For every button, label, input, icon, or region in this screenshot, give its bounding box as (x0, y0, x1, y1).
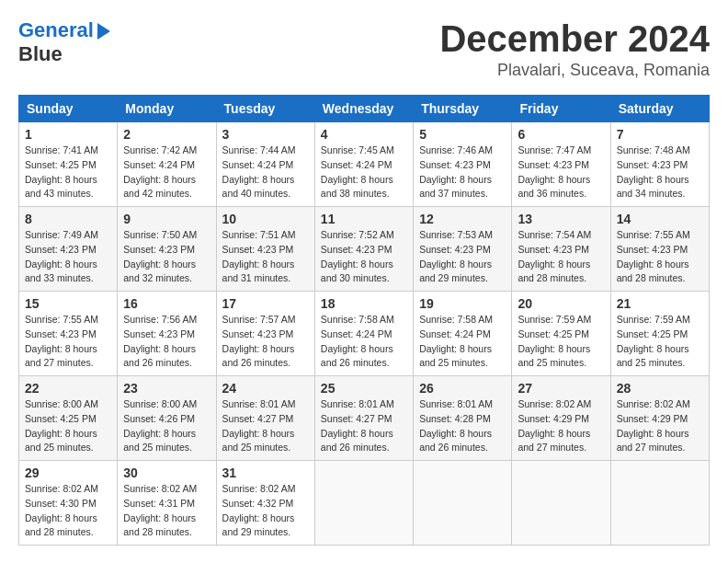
calendar-cell: 27Sunrise: 8:02 AMSunset: 4:29 PMDayligh… (512, 376, 610, 461)
day-info: Sunrise: 8:01 AMSunset: 4:27 PMDaylight:… (222, 397, 309, 455)
calendar-cell: 22Sunrise: 8:00 AMSunset: 4:25 PMDayligh… (19, 376, 118, 461)
calendar-cell: 18Sunrise: 7:58 AMSunset: 4:24 PMDayligh… (314, 292, 413, 376)
day-number: 29 (25, 465, 111, 480)
day-number: 23 (123, 381, 210, 396)
calendar-cell: 25Sunrise: 8:01 AMSunset: 4:27 PMDayligh… (314, 376, 413, 461)
calendar-cell: 1Sunrise: 7:41 AMSunset: 4:25 PMDaylight… (19, 122, 118, 207)
day-number: 4 (321, 127, 407, 142)
day-info: Sunrise: 8:00 AMSunset: 4:25 PMDaylight:… (25, 397, 111, 455)
day-number: 22 (25, 381, 111, 396)
day-info: Sunrise: 8:01 AMSunset: 4:27 PMDaylight:… (321, 397, 407, 455)
header-thursday: Thursday (414, 96, 512, 122)
day-number: 9 (123, 212, 210, 226)
calendar-week-3: 15Sunrise: 7:55 AMSunset: 4:23 PMDayligh… (19, 292, 710, 376)
calendar-cell: 19Sunrise: 7:58 AMSunset: 4:24 PMDayligh… (414, 292, 512, 376)
calendar-cell: 7Sunrise: 7:48 AMSunset: 4:23 PMDaylight… (610, 122, 709, 207)
day-number: 30 (123, 465, 210, 480)
day-info: Sunrise: 7:48 AMSunset: 4:23 PMDaylight:… (617, 144, 703, 201)
calendar-cell: 12Sunrise: 7:53 AMSunset: 4:23 PMDayligh… (414, 207, 512, 292)
header-saturday: Saturday (610, 96, 709, 122)
day-number: 24 (222, 381, 309, 396)
calendar-cell: 4Sunrise: 7:45 AMSunset: 4:24 PMDaylight… (314, 122, 413, 207)
header-wednesday: Wednesday (314, 96, 413, 122)
day-info: Sunrise: 8:00 AMSunset: 4:26 PMDaylight:… (123, 397, 210, 455)
header-sunday: Sunday (19, 96, 118, 122)
calendar-cell: 20Sunrise: 7:59 AMSunset: 4:25 PMDayligh… (512, 292, 610, 376)
calendar-week-5: 29Sunrise: 8:02 AMSunset: 4:30 PMDayligh… (19, 461, 710, 546)
calendar-cell: 28Sunrise: 8:02 AMSunset: 4:29 PMDayligh… (610, 376, 709, 461)
calendar-cell: 21Sunrise: 7:59 AMSunset: 4:25 PMDayligh… (610, 292, 709, 376)
day-info: Sunrise: 8:02 AMSunset: 4:31 PMDaylight:… (123, 482, 210, 540)
day-number: 11 (321, 212, 407, 226)
calendar-week-1: 1Sunrise: 7:41 AMSunset: 4:25 PMDaylight… (19, 122, 710, 207)
calendar-cell: 15Sunrise: 7:55 AMSunset: 4:23 PMDayligh… (19, 292, 118, 376)
calendar-cell: 24Sunrise: 8:01 AMSunset: 4:27 PMDayligh… (216, 376, 314, 461)
day-number: 28 (617, 381, 703, 396)
logo-text-blue: Blue (18, 42, 110, 66)
calendar-cell: 30Sunrise: 8:02 AMSunset: 4:31 PMDayligh… (118, 461, 216, 546)
day-number: 26 (419, 381, 506, 396)
day-info: Sunrise: 8:01 AMSunset: 4:28 PMDaylight:… (419, 397, 506, 455)
day-info: Sunrise: 7:51 AMSunset: 4:23 PMDaylight:… (222, 228, 309, 286)
day-number: 15 (25, 296, 111, 311)
day-number: 27 (518, 381, 604, 396)
day-number: 2 (123, 127, 210, 142)
day-number: 25 (321, 381, 407, 396)
day-number: 20 (518, 296, 604, 311)
header-monday: Monday (118, 96, 216, 122)
calendar-cell: 31Sunrise: 8:02 AMSunset: 4:32 PMDayligh… (216, 461, 314, 546)
calendar-cell (314, 461, 413, 546)
calendar-week-4: 22Sunrise: 8:00 AMSunset: 4:25 PMDayligh… (19, 376, 710, 461)
page-header: General Blue December 2024 Plavalari, Su… (18, 18, 710, 80)
day-info: Sunrise: 8:02 AMSunset: 4:30 PMDaylight:… (25, 482, 111, 540)
calendar-cell: 6Sunrise: 7:47 AMSunset: 4:23 PMDaylight… (512, 122, 610, 207)
calendar-cell: 10Sunrise: 7:51 AMSunset: 4:23 PMDayligh… (216, 207, 314, 292)
logo-arrow-icon (97, 23, 110, 40)
logo-text-general: General (18, 18, 94, 42)
day-info: Sunrise: 7:46 AMSunset: 4:23 PMDaylight:… (419, 144, 506, 201)
day-info: Sunrise: 7:47 AMSunset: 4:23 PMDaylight:… (518, 144, 604, 201)
day-info: Sunrise: 8:02 AMSunset: 4:32 PMDaylight:… (222, 482, 309, 540)
day-info: Sunrise: 7:59 AMSunset: 4:25 PMDaylight:… (617, 313, 703, 371)
month-title: December 2024 (439, 18, 710, 59)
day-number: 8 (25, 212, 111, 226)
day-info: Sunrise: 8:02 AMSunset: 4:29 PMDaylight:… (617, 397, 703, 455)
calendar-cell (610, 461, 709, 546)
day-number: 7 (617, 127, 703, 142)
calendar-cell: 14Sunrise: 7:55 AMSunset: 4:23 PMDayligh… (610, 207, 709, 292)
day-info: Sunrise: 8:02 AMSunset: 4:29 PMDaylight:… (518, 397, 604, 455)
day-number: 21 (617, 296, 703, 311)
calendar-cell: 3Sunrise: 7:44 AMSunset: 4:24 PMDaylight… (216, 122, 314, 207)
day-number: 5 (419, 127, 506, 142)
calendar-cell (512, 461, 610, 546)
day-info: Sunrise: 7:58 AMSunset: 4:24 PMDaylight:… (321, 313, 407, 371)
calendar-cell: 13Sunrise: 7:54 AMSunset: 4:23 PMDayligh… (512, 207, 610, 292)
calendar-cell: 17Sunrise: 7:57 AMSunset: 4:23 PMDayligh… (216, 292, 314, 376)
day-info: Sunrise: 7:50 AMSunset: 4:23 PMDaylight:… (123, 228, 210, 286)
day-info: Sunrise: 7:59 AMSunset: 4:25 PMDaylight:… (518, 313, 604, 371)
calendar-cell: 2Sunrise: 7:42 AMSunset: 4:24 PMDaylight… (118, 122, 216, 207)
day-number: 13 (518, 212, 604, 226)
day-number: 12 (419, 212, 506, 226)
day-info: Sunrise: 7:49 AMSunset: 4:23 PMDaylight:… (25, 228, 111, 286)
day-info: Sunrise: 7:54 AMSunset: 4:23 PMDaylight:… (518, 228, 604, 286)
day-info: Sunrise: 7:57 AMSunset: 4:23 PMDaylight:… (222, 313, 309, 371)
logo: General Blue (18, 18, 110, 67)
day-info: Sunrise: 7:42 AMSunset: 4:24 PMDaylight:… (123, 144, 210, 201)
day-info: Sunrise: 7:52 AMSunset: 4:23 PMDaylight:… (321, 228, 407, 286)
day-info: Sunrise: 7:58 AMSunset: 4:24 PMDaylight:… (419, 313, 506, 371)
day-info: Sunrise: 7:55 AMSunset: 4:23 PMDaylight:… (617, 228, 703, 286)
calendar-cell: 26Sunrise: 8:01 AMSunset: 4:28 PMDayligh… (414, 376, 512, 461)
header-friday: Friday (512, 96, 610, 122)
location-text: Plavalari, Suceava, Romania (439, 61, 710, 80)
day-number: 10 (222, 212, 309, 226)
day-info: Sunrise: 7:56 AMSunset: 4:23 PMDaylight:… (123, 313, 210, 371)
day-number: 19 (419, 296, 506, 311)
day-info: Sunrise: 7:44 AMSunset: 4:24 PMDaylight:… (222, 144, 309, 201)
calendar-cell (414, 461, 512, 546)
day-number: 18 (321, 296, 407, 311)
calendar-cell: 16Sunrise: 7:56 AMSunset: 4:23 PMDayligh… (118, 292, 216, 376)
calendar-cell: 5Sunrise: 7:46 AMSunset: 4:23 PMDaylight… (414, 122, 512, 207)
day-number: 16 (123, 296, 210, 311)
calendar-header-row: SundayMondayTuesdayWednesdayThursdayFrid… (19, 96, 710, 122)
